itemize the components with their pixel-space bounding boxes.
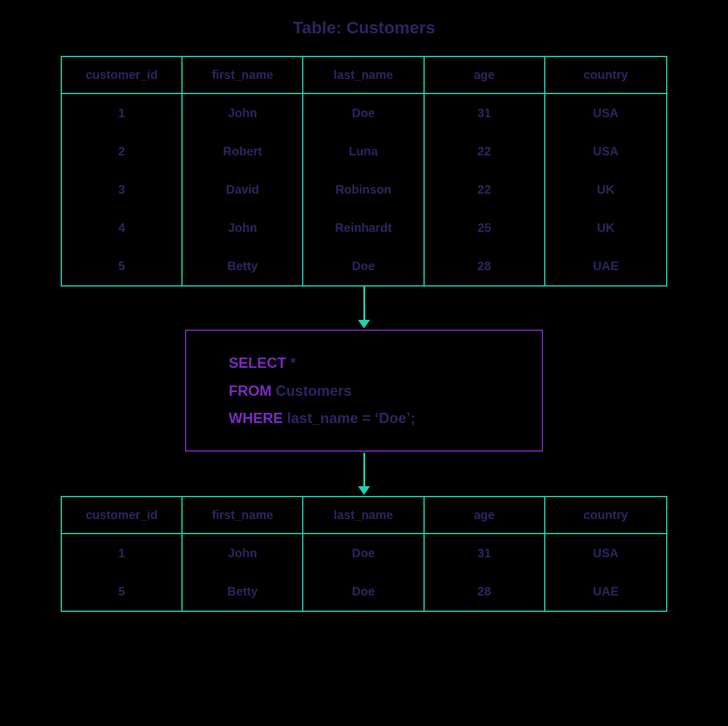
cell: 1 bbox=[62, 94, 183, 132]
sql-from-table: Customers bbox=[275, 382, 351, 399]
cell: 4 bbox=[62, 209, 183, 247]
result-table: customer_id first_name last_name age cou… bbox=[61, 496, 667, 612]
cell: USA bbox=[545, 94, 666, 132]
cell: Doe bbox=[303, 572, 424, 611]
column-header: first_name bbox=[183, 497, 303, 533]
cell: Robert bbox=[183, 132, 303, 171]
column-header: last_name bbox=[303, 57, 424, 93]
cell: 28 bbox=[425, 247, 545, 285]
cell: 2 bbox=[62, 132, 183, 171]
cell: Betty bbox=[183, 247, 303, 285]
column-header: customer_id bbox=[62, 57, 183, 93]
cell: 22 bbox=[425, 171, 545, 209]
cell: Robinson bbox=[303, 171, 424, 209]
column-header: first_name bbox=[183, 57, 303, 93]
flow-arrow-icon bbox=[358, 453, 370, 495]
source-table-header: customer_id first_name last_name age cou… bbox=[62, 57, 666, 94]
cell: UK bbox=[545, 171, 666, 209]
cell: Luna bbox=[303, 132, 424, 171]
cell: John bbox=[183, 94, 303, 132]
column-header: last_name bbox=[303, 497, 424, 533]
cell: 25 bbox=[425, 209, 545, 247]
cell: USA bbox=[545, 132, 666, 171]
cell: Doe bbox=[303, 247, 424, 285]
cell: UAE bbox=[545, 572, 666, 611]
sql-where-clause: last_name = ‘Doe’; bbox=[287, 410, 415, 426]
source-table-body: 1 John Doe 31 USA 2 Robert Luna 22 USA 3… bbox=[62, 94, 666, 285]
sql-keyword-from: FROM bbox=[229, 382, 272, 399]
cell: 1 bbox=[62, 534, 183, 572]
table-row: 2 Robert Luna 22 USA bbox=[62, 132, 666, 171]
table-row: 3 David Robinson 22 UK bbox=[62, 171, 666, 209]
cell: 3 bbox=[62, 171, 183, 209]
result-table-header: customer_id first_name last_name age cou… bbox=[62, 497, 666, 534]
cell: 31 bbox=[425, 94, 545, 132]
sql-keyword-where: WHERE bbox=[229, 410, 283, 426]
cell: Doe bbox=[303, 534, 424, 572]
result-table-body: 1 John Doe 31 USA 5 Betty Doe 28 UAE bbox=[62, 534, 666, 611]
cell: 31 bbox=[425, 534, 545, 572]
cell: Reinhardt bbox=[303, 209, 424, 247]
cell: John bbox=[183, 209, 303, 247]
cell: 5 bbox=[62, 247, 183, 285]
cell: 22 bbox=[425, 132, 545, 171]
table-row: 5 Betty Doe 28 UAE bbox=[62, 572, 666, 611]
table-row: 4 John Reinhardt 25 UK bbox=[62, 209, 666, 247]
cell: John bbox=[183, 534, 303, 572]
query-line-where: WHERE last_name = ‘Doe’; bbox=[229, 404, 505, 432]
flow-arrow-icon bbox=[358, 287, 370, 328]
query-line-select: SELECT * bbox=[229, 349, 505, 377]
column-header: age bbox=[425, 497, 545, 533]
column-header: customer_id bbox=[62, 497, 183, 533]
cell: Betty bbox=[183, 572, 303, 611]
cell: UAE bbox=[545, 247, 666, 285]
source-table: customer_id first_name last_name age cou… bbox=[61, 56, 667, 287]
cell: David bbox=[183, 171, 303, 209]
cell: UK bbox=[545, 209, 666, 247]
cell: 28 bbox=[425, 572, 545, 611]
table-row: 1 John Doe 31 USA bbox=[62, 534, 666, 572]
diagram-title: Table: Customers bbox=[293, 18, 435, 38]
cell: 5 bbox=[62, 572, 183, 611]
sql-select-cols: * bbox=[290, 355, 295, 371]
query-line-from: FROM Customers bbox=[229, 377, 505, 405]
cell: USA bbox=[545, 534, 666, 572]
column-header: age bbox=[425, 57, 545, 93]
column-header: country bbox=[545, 497, 666, 533]
sql-keyword-select: SELECT bbox=[229, 355, 286, 371]
table-row: 5 Betty Doe 28 UAE bbox=[62, 247, 666, 285]
table-row: 1 John Doe 31 USA bbox=[62, 94, 666, 132]
sql-query-box: SELECT * FROM Customers WHERE last_name … bbox=[185, 330, 543, 452]
cell: Doe bbox=[303, 94, 424, 132]
column-header: country bbox=[545, 57, 666, 93]
